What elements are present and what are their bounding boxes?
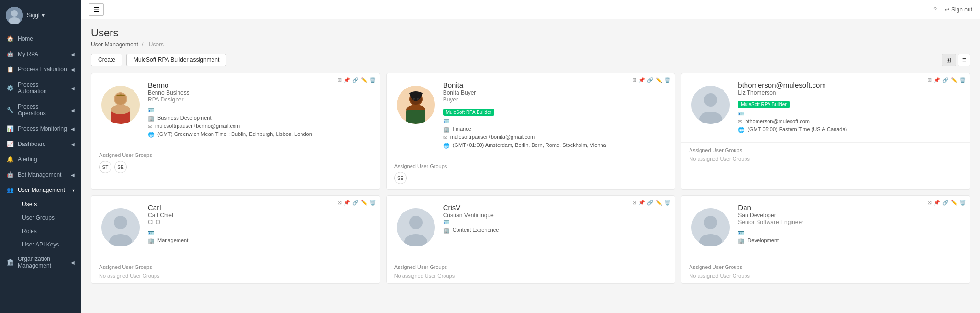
list-view-button[interactable]: ≡	[958, 54, 970, 66]
assigned-groups-label: Assigned User Groups	[689, 264, 962, 270]
card-footer-bthomerson: Assigned User Groups No assigned User Gr…	[681, 142, 970, 167]
avatar-img-crisv	[397, 208, 435, 246]
card-toolbar-bthomerson: ⊠ 📌 🔗 ✏️ 🗑️	[927, 77, 966, 83]
pin-icon[interactable]: 📌	[638, 200, 645, 206]
sidebar-item-my-rpa[interactable]: 🤖 My RPA ◀	[0, 46, 81, 62]
user-timezone-benno: 🌐 (GMT) Greenwich Mean Time : Dublin, Ed…	[148, 131, 372, 138]
action-bar-left: Create MuleSoft RPA Builder assignment	[91, 54, 226, 66]
id-icon: 🪪	[738, 230, 745, 236]
link-icon[interactable]: 🔗	[647, 200, 654, 206]
filter-icon[interactable]: ⊠	[632, 77, 636, 83]
edit-icon[interactable]: ✏️	[361, 200, 368, 206]
delete-icon[interactable]: 🗑️	[959, 77, 966, 83]
card-avatar-bonita	[394, 81, 437, 129]
sidebar-item-alerting[interactable]: 🔔 Alerting	[0, 152, 81, 167]
sidebar-item-roles[interactable]: Roles	[15, 224, 81, 238]
id-icon: 🪪	[443, 118, 450, 124]
sidebar-item-bot-management[interactable]: 🤖 Bot Management ◀	[0, 167, 81, 182]
card-info-crisv: CrisV Cristian Venticinque 🪪 🏢 Content E…	[443, 203, 668, 251]
sidebar-item-users[interactable]: Users	[15, 198, 81, 211]
user-timezone-bthomerson: 🌐 (GMT-05:00) Eastern Time (US & Canada)	[738, 126, 962, 133]
delete-icon[interactable]: 🗑️	[664, 200, 671, 206]
menu-toggle-button[interactable]: ☰	[89, 3, 104, 16]
sidebar-item-process-monitoring[interactable]: 📊 Process Monitoring ◀	[0, 121, 81, 136]
mulesoft-badge-bthomerson: MuleSoft RPA Builder	[738, 101, 789, 108]
svg-point-22	[409, 216, 423, 229]
card-avatar-carl	[99, 203, 142, 251]
card-body-benno: Benno Benno Business RPA Designer 🪪 🏢 Bu…	[91, 73, 380, 147]
sidebar-item-org-management[interactable]: 🏛️ Organization Management ◀	[0, 251, 81, 273]
edit-icon[interactable]: ✏️	[951, 200, 958, 206]
create-button[interactable]: Create	[91, 54, 122, 66]
user-org-crisv: Cristian Venticinque	[443, 212, 668, 219]
edit-icon[interactable]: ✏️	[361, 77, 368, 83]
delete-icon[interactable]: 🗑️	[959, 200, 966, 206]
sidebar-item-dashboard[interactable]: 📈 Dashboard ◀	[0, 136, 81, 152]
id-icon: 🪪	[738, 111, 745, 117]
delete-icon[interactable]: 🗑️	[664, 77, 671, 83]
avatar	[6, 7, 23, 24]
group-badge-se[interactable]: SE	[394, 172, 407, 184]
svg-point-13	[413, 98, 415, 100]
pin-icon[interactable]: 📌	[344, 77, 350, 83]
alert-icon: 🔔	[7, 156, 14, 163]
content-area: Users User Management / Users Create Mul…	[81, 19, 980, 313]
card-info-benno: Benno Benno Business RPA Designer 🪪 🏢 Bu…	[148, 81, 372, 139]
svg-point-1	[11, 10, 18, 17]
sidebar: Siggl ▾ 🏠 Home 🤖 My RPA ◀ 📋 Process Eval…	[0, 0, 81, 313]
globe-icon: 🌐	[738, 127, 745, 133]
sidebar-item-user-management[interactable]: 👥 User Management ▾	[0, 182, 81, 198]
edit-icon[interactable]: ✏️	[951, 77, 958, 83]
sign-out-button[interactable]: ↩ Sign out	[945, 6, 972, 13]
sidebar-item-user-groups[interactable]: User Groups	[15, 211, 81, 224]
pin-icon[interactable]: 📌	[934, 77, 940, 83]
sidebar-item-process-automation[interactable]: ⚙️ Process Automation ◀	[0, 77, 81, 99]
filter-icon[interactable]: ⊠	[632, 200, 636, 206]
sidebar-item-process-evaluation[interactable]: 📋 Process Evaluation ◀	[0, 62, 81, 77]
group-badges-bonita: SE	[394, 172, 668, 184]
user-card-carl: ⊠ 📌 🔗 ✏️ 🗑️	[91, 195, 380, 284]
card-footer-carl: Assigned User Groups No assigned User Gr…	[91, 259, 380, 283]
link-icon[interactable]: 🔗	[352, 200, 359, 206]
user-role-bonita: Buyer	[443, 96, 668, 103]
user-dept-dan: 🏢 Development	[738, 237, 962, 244]
building-icon: 🏢	[148, 238, 155, 244]
card-toolbar-dan: ⊠ 📌 🔗 ✏️ 🗑️	[927, 200, 966, 206]
pin-icon[interactable]: 📌	[344, 200, 350, 206]
edit-icon[interactable]: ✏️	[656, 77, 662, 83]
sidebar-item-user-api-keys[interactable]: User API Keys	[15, 238, 81, 251]
card-info-bthomerson: bthomerson@mulesoft.com Liz Thomerson Mu…	[738, 81, 962, 134]
chevron-icon: ◀	[71, 86, 75, 91]
help-icon[interactable]: ?	[933, 6, 937, 13]
mulesoft-assignment-button[interactable]: MuleSoft RPA Builder assignment	[126, 54, 226, 66]
delete-icon[interactable]: 🗑️	[369, 200, 376, 206]
group-badge-se[interactable]: SE	[114, 161, 127, 173]
filter-icon[interactable]: ⊠	[927, 200, 932, 206]
avatar-img-bthomerson	[691, 86, 730, 124]
user-timezone-bonita: 🌐 (GMT+01:00) Amsterdam, Berlin, Bern, R…	[443, 142, 668, 149]
main-area: ☰ ? ↩ Sign out Users User Management / U…	[81, 0, 980, 313]
home-icon: 🏠	[7, 35, 14, 42]
grid-view-button[interactable]: ⊞	[942, 54, 956, 66]
id-icon: 🪪	[148, 230, 155, 236]
link-icon[interactable]: 🔗	[647, 77, 654, 83]
delete-icon[interactable]: 🗑️	[369, 77, 376, 83]
link-icon[interactable]: 🔗	[942, 200, 949, 206]
user-id-bonita: 🪪	[443, 118, 668, 124]
sidebar-item-process-operations[interactable]: 🔧 Process Operations ◀	[0, 99, 81, 121]
edit-icon[interactable]: ✏️	[656, 200, 662, 206]
filter-icon[interactable]: ⊠	[927, 77, 932, 83]
card-footer-bonita: Assigned User Groups SE	[387, 158, 675, 189]
link-icon[interactable]: 🔗	[352, 77, 359, 83]
topbar-right: ? ↩ Sign out	[933, 6, 972, 13]
filter-icon[interactable]: ⊠	[337, 200, 342, 206]
group-badge-st[interactable]: ST	[99, 161, 111, 173]
pin-icon[interactable]: 📌	[934, 200, 940, 206]
pin-icon[interactable]: 📌	[638, 77, 645, 83]
sidebar-item-home[interactable]: 🏠 Home	[0, 31, 81, 46]
breadcrumb-parent[interactable]: User Management	[91, 41, 138, 48]
svg-point-19	[114, 216, 127, 229]
link-icon[interactable]: 🔗	[942, 77, 949, 83]
user-id-dan: 🪪	[738, 229, 962, 236]
filter-icon[interactable]: ⊠	[337, 77, 342, 83]
